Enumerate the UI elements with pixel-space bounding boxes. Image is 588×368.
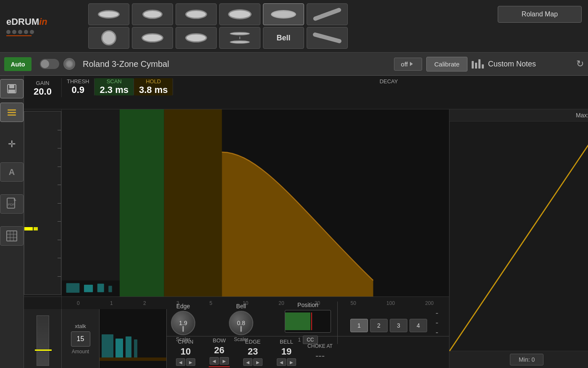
snare-icon-4: [228, 9, 252, 19]
sidebar-save-btn[interactable]: [0, 79, 24, 98]
bell-knob[interactable]: 0.8: [229, 311, 253, 335]
snare-icon-5: [142, 33, 163, 42]
bell-chan-block: BELL 19 ◀ ▶: [270, 339, 303, 366]
ruler-100: 100: [386, 300, 395, 306]
sidebar-list-btn[interactable]: [0, 103, 24, 122]
svg-rect-19: [84, 285, 93, 292]
edge-arrows: ◀ ▶: [243, 358, 262, 366]
analytics-button[interactable]: A: [0, 162, 24, 182]
note-bar-3: [478, 59, 480, 69]
thresh-value: 0.9: [71, 85, 84, 95]
xtalk-value-box[interactable]: 15: [71, 331, 90, 347]
pad-btn-12[interactable]: [307, 27, 348, 49]
svg-rect-8: [7, 231, 17, 241]
grid-button[interactable]: [0, 226, 24, 246]
edge-knob[interactable]: 1.9: [171, 311, 195, 335]
snare-icon-1: [98, 10, 120, 19]
auto-button[interactable]: Auto: [4, 57, 32, 71]
ruler-2: 2: [143, 300, 146, 306]
gain-ruler-col: [24, 109, 62, 297]
roland-map-button[interactable]: Roland Map: [498, 6, 582, 23]
gain-ruler-display: [37, 315, 49, 366]
calibrate-button[interactable]: Calibrate: [426, 57, 467, 71]
save-icon: [6, 83, 18, 95]
top-bar: eDRUMin: [0, 0, 588, 53]
chan-block: CHAN 10 ◀ ▶: [169, 339, 202, 366]
main-content: ✛ A PDF GAIN: [0, 76, 588, 368]
pos-btn-2[interactable]: 2: [370, 319, 388, 332]
edge-right-arrow[interactable]: ▶: [253, 358, 262, 366]
bow-right-arrow[interactable]: ▶: [220, 357, 229, 365]
svg-rect-5: [8, 114, 16, 116]
ruler-tick-7: [58, 240, 61, 240]
pad-btn-2[interactable]: [132, 3, 173, 25]
pad-btn-1[interactable]: [88, 3, 129, 25]
svg-rect-1: [9, 85, 14, 88]
pad-btn-4[interactable]: [219, 3, 260, 25]
svg-rect-18: [66, 283, 80, 293]
refresh-button[interactable]: ↻: [576, 58, 584, 69]
edge-left-arrow[interactable]: ◀: [243, 358, 252, 366]
dot2: [12, 30, 16, 34]
pad-btn-7[interactable]: [88, 27, 129, 49]
pos-btn-3[interactable]: 3: [390, 319, 407, 332]
bell-right-arrow[interactable]: ▶: [287, 358, 296, 366]
off-toggle[interactable]: off: [394, 58, 422, 71]
dot3: [18, 30, 22, 34]
bell-left-arrow[interactable]: ◀: [277, 358, 286, 366]
scan-label: SCAN: [107, 78, 122, 85]
pad-grid-area: Bell: [84, 0, 494, 52]
cymbal-icon: [271, 10, 296, 19]
channel-row: CHAN 10 ◀ ▶ BOW 26: [167, 336, 449, 368]
gain-label: GAIN: [36, 80, 50, 86]
pad-btn-10[interactable]: [219, 27, 260, 49]
pdf-icon-svg: PDF: [6, 197, 18, 211]
svg-rect-23: [102, 334, 113, 360]
pad-btn-8[interactable]: [132, 27, 173, 49]
svg-rect-3: [8, 109, 16, 111]
toggle-switch[interactable]: [40, 59, 59, 69]
ruler-200: 200: [425, 300, 433, 306]
waveform-thumbnail: [100, 309, 167, 368]
pad-btn-9[interactable]: [176, 27, 217, 49]
pdf-button[interactable]: PDF: [0, 194, 24, 214]
snare-icon-3: [185, 10, 207, 19]
chan-left-arrow[interactable]: ◀: [176, 358, 185, 366]
snare-icon-2: [142, 10, 163, 19]
bell-chan-label: BELL: [280, 339, 293, 345]
stick-icon-2: [312, 32, 342, 44]
logo-text: eDRUMin: [6, 16, 47, 27]
svg-rect-15: [120, 109, 164, 297]
pad-btn-11-bell[interactable]: Bell: [263, 27, 304, 49]
roland-map-area: Roland Map: [498, 6, 582, 23]
dot4: [24, 30, 28, 34]
bell-knob-label: Bell: [236, 303, 246, 310]
choke-value: ---: [315, 350, 325, 361]
chan-right-arrow[interactable]: ▶: [186, 358, 195, 366]
ruler-numbers: 0 1 2 3 5 10 20 30 50 100 200: [62, 300, 449, 306]
gain-ruler-inner: [24, 109, 61, 297]
toggle-track[interactable]: [40, 59, 59, 69]
bell-knob-value: 0.8: [237, 320, 245, 326]
pad-btn-6[interactable]: [307, 3, 348, 25]
position-green: [285, 312, 310, 330]
move-button[interactable]: ✛: [8, 139, 16, 150]
pad-btn-3[interactable]: [176, 3, 217, 25]
chan-arrows: ◀ ▶: [176, 358, 195, 366]
ruler-tick-6: [58, 221, 61, 222]
bow-value: 26: [214, 345, 224, 356]
edge-chan-label: EDGE: [245, 339, 261, 345]
stick-icon-1: [312, 7, 341, 21]
ruler-tick-2: [58, 148, 61, 148]
pos-btn-4[interactable]: 4: [410, 319, 427, 332]
bow-left-arrow[interactable]: ◀: [210, 357, 219, 365]
pad-btn-5[interactable]: [263, 3, 304, 25]
svg-rect-16: [164, 109, 222, 297]
gain-slider-area: [24, 309, 62, 368]
velocity-min-value: Min: 0: [519, 356, 535, 363]
svg-rect-4: [8, 112, 16, 113]
pos-btn-1[interactable]: 1: [350, 319, 368, 332]
ruler-tick-3: [58, 167, 61, 167]
waveform-thumb-svg: [100, 309, 167, 368]
edge-chan-block: EDGE 23 ◀ ▶: [236, 339, 270, 366]
